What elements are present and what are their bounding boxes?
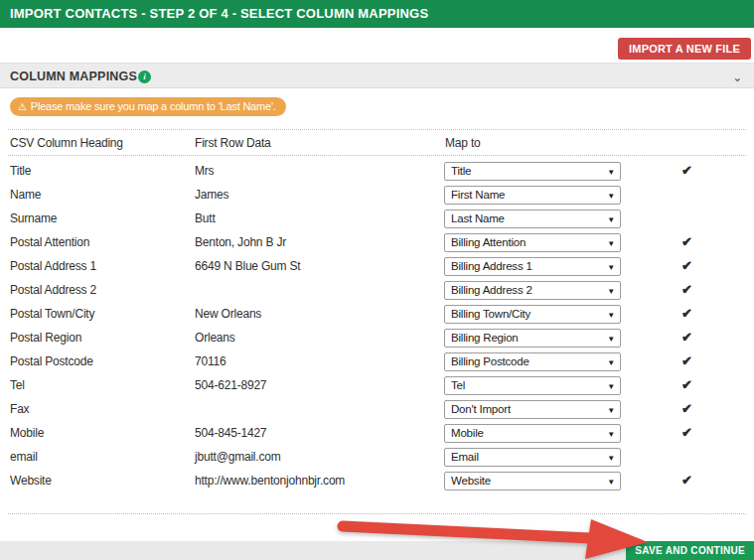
table-row: Postal Postcode70116Billing Postcode▼✔ bbox=[0, 350, 754, 374]
table-row: Postal AttentionBenton, John B JrBilling… bbox=[0, 231, 754, 255]
first-row-data-cell: http://www.bentonjohnbjr.com bbox=[195, 474, 345, 488]
mapped-checkmark-icon: ✔ bbox=[681, 234, 692, 249]
csv-column-heading-cell: Tel bbox=[10, 378, 25, 392]
table-row: Postal Town/CityNew OrleansBilling Town/… bbox=[0, 303, 754, 327]
map-to-select[interactable]: Email▼ bbox=[444, 448, 621, 467]
table-row: TitleMrsTitle▼✔ bbox=[0, 160, 754, 184]
csv-column-heading-cell: Surname bbox=[10, 211, 57, 225]
column-header-first-row: First Row Data bbox=[195, 136, 271, 150]
dropdown-arrow-icon: ▼ bbox=[607, 307, 615, 324]
table-row: SurnameButtLast Name▼ bbox=[0, 208, 754, 231]
map-to-select[interactable]: Don't Import▼ bbox=[444, 400, 621, 419]
dropdown-arrow-icon: ▼ bbox=[607, 354, 615, 371]
map-to-select[interactable]: Billing Town/City▼ bbox=[444, 305, 621, 324]
page-header: IMPORT CONTACTS - STEP 2 OF 4 - SELECT C… bbox=[0, 0, 754, 28]
csv-column-heading-cell: email bbox=[10, 450, 38, 464]
separator-line bbox=[8, 513, 746, 514]
map-to-select[interactable]: Billing Address 1▼ bbox=[444, 257, 621, 276]
dropdown-arrow-icon: ▼ bbox=[607, 426, 615, 443]
map-to-select[interactable]: Title▼ bbox=[444, 162, 621, 181]
dropdown-arrow-icon: ▼ bbox=[607, 474, 615, 490]
mapped-checkmark-icon: ✔ bbox=[681, 473, 692, 488]
warning-text: Please make sure you map a column to 'La… bbox=[31, 100, 276, 112]
page-title: IMPORT CONTACTS - STEP 2 OF 4 - SELECT C… bbox=[10, 6, 428, 21]
mapped-checkmark-icon: ✔ bbox=[681, 258, 692, 273]
map-to-select[interactable]: Billing Address 2▼ bbox=[444, 281, 621, 300]
table-row: Postal Address 16649 N Blue Gum StBillin… bbox=[0, 255, 754, 279]
dropdown-arrow-icon: ▼ bbox=[607, 402, 615, 419]
save-and-continue-button[interactable]: SAVE AND CONTINUE bbox=[626, 541, 754, 560]
dropdown-arrow-icon: ▼ bbox=[607, 259, 615, 276]
warning-triangle-icon: ⚠ bbox=[18, 101, 27, 112]
first-row-data-cell: 504-621-8927 bbox=[195, 378, 266, 392]
mapped-checkmark-icon: ✔ bbox=[681, 330, 692, 345]
mapped-checkmark-icon: ✔ bbox=[681, 377, 692, 392]
mapped-checkmark-icon: ✔ bbox=[681, 353, 692, 368]
first-row-data-cell: Orleans bbox=[195, 331, 235, 345]
mapped-checkmark-icon: ✔ bbox=[681, 163, 692, 178]
csv-column-heading-cell: Fax bbox=[10, 402, 29, 416]
table-row: Mobile504-845-1427Mobile▼✔ bbox=[0, 422, 754, 446]
map-to-select[interactable]: Last Name▼ bbox=[444, 210, 621, 228]
table-row: Postal RegionOrleansBilling Region▼✔ bbox=[0, 327, 754, 350]
first-row-data-cell: James bbox=[195, 188, 228, 202]
table-row: NameJamesFirst Name▼ bbox=[0, 184, 754, 208]
map-to-select[interactable]: Billing Region▼ bbox=[444, 329, 621, 348]
first-row-data-cell: Butt bbox=[195, 211, 216, 225]
csv-column-heading-cell: Name bbox=[10, 188, 41, 202]
first-row-data-cell: Benton, John B Jr bbox=[195, 235, 286, 249]
csv-column-heading-cell: Website bbox=[10, 474, 52, 488]
mapped-checkmark-icon: ✔ bbox=[681, 282, 692, 297]
import-contacts-page: IMPORT CONTACTS - STEP 2 OF 4 - SELECT C… bbox=[0, 0, 754, 560]
dropdown-arrow-icon: ▼ bbox=[607, 211, 615, 228]
dropdown-arrow-icon: ▼ bbox=[607, 235, 615, 252]
table-row: Postal Address 2Billing Address 2▼✔ bbox=[0, 279, 754, 303]
separator-line bbox=[8, 155, 746, 156]
import-new-file-button[interactable]: IMPORT A NEW FILE bbox=[618, 38, 751, 60]
dropdown-arrow-icon: ▼ bbox=[607, 283, 615, 300]
first-row-data-cell: jbutt@gmail.com bbox=[195, 450, 281, 464]
map-to-select[interactable]: Billing Attention▼ bbox=[444, 233, 621, 252]
first-row-data-cell: Mrs bbox=[195, 164, 214, 178]
table-row: Tel504-621-8927Tel▼✔ bbox=[0, 374, 754, 398]
column-header-csv: CSV Column Heading bbox=[10, 136, 123, 150]
dropdown-arrow-icon: ▼ bbox=[607, 188, 615, 205]
first-row-data-cell: New Orleans bbox=[195, 307, 261, 321]
csv-column-heading-cell: Postal Town/City bbox=[10, 307, 94, 321]
table-row: Websitehttp://www.bentonjohnbjr.comWebsi… bbox=[0, 470, 754, 493]
dropdown-arrow-icon: ▼ bbox=[607, 450, 615, 467]
csv-column-heading-cell: Postal Address 1 bbox=[10, 259, 96, 273]
table-row: emailjbutt@gmail.comEmail▼ bbox=[0, 446, 754, 470]
mapped-checkmark-icon: ✔ bbox=[681, 401, 692, 416]
section-title: COLUMN MAPPINGS bbox=[10, 70, 137, 83]
mapped-checkmark-icon: ✔ bbox=[681, 425, 692, 440]
dropdown-arrow-icon: ▼ bbox=[607, 331, 615, 348]
map-to-select[interactable]: Website▼ bbox=[444, 472, 621, 490]
info-icon[interactable]: i bbox=[138, 70, 151, 83]
map-to-select[interactable]: Mobile▼ bbox=[444, 424, 621, 443]
table-row: FaxDon't Import▼✔ bbox=[0, 398, 754, 422]
mapping-table-header: CSV Column Heading First Row Data Map to bbox=[0, 136, 754, 152]
first-row-data-cell: 70116 bbox=[195, 354, 226, 368]
column-mappings-section-header[interactable]: COLUMN MAPPINGSi ⌄ bbox=[0, 63, 754, 88]
csv-column-heading-cell: Postal Region bbox=[10, 331, 81, 345]
mapped-checkmark-icon: ✔ bbox=[681, 306, 692, 321]
csv-column-heading-cell: Postal Postcode bbox=[10, 354, 93, 368]
first-row-data-cell: 504-845-1427 bbox=[195, 426, 266, 440]
map-to-select[interactable]: Billing Postcode▼ bbox=[444, 352, 621, 371]
mapping-table-body: TitleMrsTitle▼✔NameJamesFirst Name▼Surna… bbox=[0, 160, 754, 493]
csv-column-heading-cell: Mobile bbox=[10, 426, 44, 440]
csv-column-heading-cell: Postal Address 2 bbox=[10, 283, 96, 297]
csv-column-heading-cell: Postal Attention bbox=[10, 235, 89, 249]
dropdown-arrow-icon: ▼ bbox=[607, 164, 615, 181]
separator-line bbox=[8, 129, 746, 130]
map-to-select[interactable]: First Name▼ bbox=[444, 186, 621, 205]
column-header-map-to: Map to bbox=[445, 136, 481, 150]
map-to-select[interactable]: Tel▼ bbox=[444, 376, 621, 395]
dropdown-arrow-icon: ▼ bbox=[607, 378, 615, 395]
chevron-down-icon[interactable]: ⌄ bbox=[732, 66, 742, 89]
first-row-data-cell: 6649 N Blue Gum St bbox=[195, 259, 300, 273]
last-name-warning-banner: ⚠Please make sure you map a column to 'L… bbox=[10, 97, 286, 116]
csv-column-heading-cell: Title bbox=[10, 164, 31, 178]
